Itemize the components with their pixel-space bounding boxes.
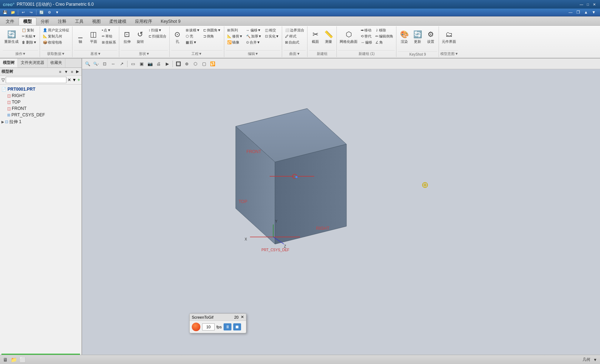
tree-btn-settings[interactable]: ≡ <box>58 69 62 74</box>
btn-intersect[interactable]: ◫相交 <box>264 27 281 33</box>
btn-revolve[interactable]: ↺ 旋转 <box>134 27 147 47</box>
btn-trim[interactable]: 📐修剪▼ <box>226 33 244 39</box>
qa-dropdown-btn[interactable]: ▼ <box>54 9 61 16</box>
tab-tools[interactable]: 工具 <box>71 17 88 25</box>
vt-view-box[interactable]: ▭ <box>129 60 137 68</box>
btn-sketch-datum[interactable]: ✏草绘 <box>100 33 118 39</box>
tab-keyshot[interactable]: KeyShot 9 <box>156 17 185 25</box>
win-restore[interactable]: ❐ <box>575 10 581 14</box>
status-monitor-icon[interactable]: 🖥 <box>3 357 8 363</box>
tab-model[interactable]: 模型 <box>19 17 36 25</box>
tree-btn-columns[interactable]: ≡ <box>70 69 74 74</box>
btn-plane[interactable]: ◫ 平面 <box>87 27 100 47</box>
btn-copy-geom[interactable]: 📐复制几何 <box>41 33 71 39</box>
tab-apps[interactable]: 应用程序 <box>131 17 156 25</box>
close-button[interactable]: ✕ <box>591 1 597 7</box>
qa-undo-btn[interactable]: ↩ <box>20 9 27 16</box>
btn-measure[interactable]: 📏 测量 <box>322 27 335 47</box>
qa-regenerate-btn[interactable]: 🔄 <box>38 9 45 16</box>
tab-view[interactable]: 视图 <box>88 17 105 25</box>
status-box-icon[interactable]: ⬜ <box>20 357 26 363</box>
vt-shaded[interactable]: ▣ <box>138 60 145 68</box>
vt-camera[interactable]: 📷 <box>146 60 154 68</box>
win-close2[interactable]: ▼ <box>590 10 597 14</box>
screentogif-close[interactable]: ✕ <box>241 315 244 319</box>
search-filter-btn[interactable]: ▼ <box>72 77 76 82</box>
btn-point[interactable]: •点▼ <box>100 27 118 33</box>
search-add-btn[interactable]: + <box>78 77 80 82</box>
screentogif-record-btn[interactable] <box>192 323 200 331</box>
screentogif-pause-btn[interactable]: ⏸ <box>224 323 231 330</box>
maximize-button[interactable]: □ <box>585 1 591 7</box>
btn-edit-chamfer[interactable]: ✏编辑倒角 <box>374 33 395 39</box>
vt-zoom-out[interactable]: 🔍- <box>92 60 100 68</box>
vt-play[interactable]: ▶ <box>163 60 171 68</box>
btn-hole[interactable]: ⊙ 孔 <box>171 27 184 47</box>
btn-section[interactable]: ✂ 截面 <box>309 27 322 47</box>
btn-boundary[interactable]: ⬜边界混合 <box>284 27 306 33</box>
btn-offset2[interactable]: ↔偏移 <box>359 39 374 45</box>
tree-item-prt0001[interactable]: 📄 PRT0001.PRT <box>0 86 81 92</box>
btn-shrink[interactable]: 📦收缩包络 <box>41 39 71 45</box>
vt-rotate2[interactable]: 🔁 <box>209 60 216 68</box>
qa-open-btn[interactable]: 📁 <box>9 9 16 16</box>
btn-solidify[interactable]: ⊡实化▼ <box>264 33 281 39</box>
btn-paste[interactable]: ✂粘贴▼ <box>20 33 38 39</box>
tab-annotation[interactable]: 注释 <box>54 17 71 25</box>
screentogif-fps-input[interactable] <box>202 323 215 330</box>
minimize-button[interactable]: — <box>579 1 584 7</box>
btn-style[interactable]: 🖉样式 <box>284 33 306 39</box>
vt-origin[interactable]: ⊕ <box>183 60 191 68</box>
btn-settings[interactable]: ⚙ 设置 <box>424 27 437 47</box>
btn-rib[interactable]: ▦筋▼ <box>184 39 201 45</box>
btn-sweep[interactable]: ↕扫描▼ <box>147 27 168 33</box>
qa-settings-btn[interactable]: ⚙ <box>46 9 53 16</box>
btn-delete[interactable]: 🗑删除▼ <box>20 39 38 45</box>
screentogif-stop-btn[interactable]: ⏹ <box>233 323 241 330</box>
btn-axis[interactable]: ⎯ 轴 <box>74 27 87 47</box>
title-controls[interactable]: — □ ✕ <box>579 1 597 7</box>
btn-freestyle[interactable]: ⊠自由式 <box>284 39 306 45</box>
tree-item-csys[interactable]: ⊞ PRT_CSYS_DEF <box>0 112 81 118</box>
tree-btn-dropdown[interactable]: ▼ <box>63 69 69 74</box>
vt-wireframe[interactable]: ▢ <box>200 60 208 68</box>
panel-tab-model-tree[interactable]: 模型树 <box>0 59 18 67</box>
btn-remove[interactable]: ⤸移除 <box>374 27 395 33</box>
btn-offset[interactable]: ↔偏移▼ <box>245 27 263 33</box>
btn-thicken[interactable]: 🔨加厚▼ <box>245 33 263 39</box>
tree-item-right[interactable]: ◫ RIGHT <box>0 92 81 99</box>
btn-draft[interactable]: ⊞拔模▼ <box>184 27 201 33</box>
tree-item-top[interactable]: ◫ TOP <box>0 99 81 105</box>
btn-extrude[interactable]: ⊡ 拉伸 <box>121 27 134 47</box>
tree-search-input[interactable] <box>6 77 66 83</box>
search-clear-icon[interactable]: ✕ <box>68 77 71 82</box>
btn-mirror[interactable]: 🔁镜像 <box>226 39 244 45</box>
vt-rotate[interactable]: ↗ <box>118 60 126 68</box>
btn-update[interactable]: 🔄 更新 <box>411 27 424 47</box>
btn-move[interactable]: ➡移动 <box>359 27 374 33</box>
status-folder-icon[interactable]: 📁 <box>11 357 17 363</box>
tab-flexible[interactable]: 柔性建模 <box>105 17 131 25</box>
tab-analysis[interactable]: 分析 <box>36 17 54 25</box>
btn-user-feature[interactable]: 👤用户定义特征 <box>41 27 71 33</box>
btn-chamfer[interactable]: ⊐倒角 <box>202 33 222 39</box>
status-dropdown[interactable]: ▼ <box>593 358 597 362</box>
btn-blend[interactable]: ⊏扫描混合 <box>147 33 168 39</box>
expand-arrow[interactable]: ▶ <box>1 120 4 124</box>
btn-copy[interactable]: 📋复制 <box>20 27 38 33</box>
vt-grid[interactable]: 🔲 <box>174 60 182 68</box>
view-area[interactable]: FRONT TOP RIGHT X Y Z PRT_CSYS_D <box>82 69 600 355</box>
btn-regenerate[interactable]: 🔄 重新生成 <box>3 27 20 47</box>
qa-redo-btn[interactable]: ↪ <box>28 9 35 16</box>
btn-mesh[interactable]: ⬡ 网格化曲面 <box>338 27 359 47</box>
win-min[interactable]: — <box>567 10 574 14</box>
vt-zoom-in[interactable]: 🔍 <box>84 60 91 68</box>
btn-merge[interactable]: ⊙合并▼ <box>245 39 263 45</box>
win-max[interactable]: ▲ <box>582 10 589 14</box>
btn-round[interactable]: ⊏倒圆角▼ <box>202 27 222 33</box>
tree-btn-more[interactable]: ▶ <box>75 69 80 74</box>
btn-angle[interactable]: ∠角 <box>374 39 395 45</box>
btn-pattern[interactable]: ⊞阵列 <box>226 27 244 33</box>
tab-file[interactable]: 文件 <box>1 17 19 25</box>
vt-mesh2[interactable]: ⬡ <box>191 60 199 68</box>
